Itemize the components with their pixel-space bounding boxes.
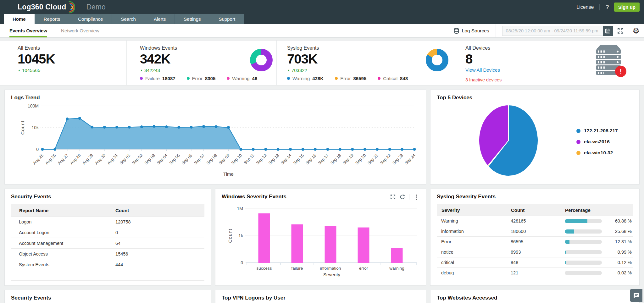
inactive-devices-alert: 3 Inactive devices <box>465 77 644 82</box>
table-row: notice69930.99 % <box>437 247 633 257</box>
percentage-bar <box>565 240 602 244</box>
tab-compliance[interactable]: Compliance <box>69 14 112 24</box>
count-cell: 86595 <box>511 239 565 244</box>
svg-text:Sep 17: Sep 17 <box>317 153 330 166</box>
svg-text:Sep 09: Sep 09 <box>218 153 230 166</box>
report-name-cell[interactable]: Account Logon <box>11 230 115 235</box>
card-expand-button[interactable] <box>390 194 396 200</box>
table-row[interactable]: Account Management64 <box>11 238 204 249</box>
top-websites-card: Top Websites Accessed <box>430 290 640 303</box>
tab-alerts[interactable]: Alerts <box>145 14 175 24</box>
settings-gear-button[interactable]: ⚙ <box>628 27 640 35</box>
svg-text:Sep 04: Sep 04 <box>156 153 169 166</box>
svg-text:Aug 31: Aug 31 <box>106 153 119 166</box>
card-title: Logs Trend <box>11 95 419 101</box>
report-name-cell[interactable]: System Events <box>11 262 115 267</box>
percentage-cell: 12.31 % <box>602 239 633 244</box>
legend-label: Error <box>340 76 351 81</box>
card-title: Windows Severity Events <box>222 194 286 200</box>
severity-cell: critical <box>437 260 511 265</box>
date-range-input[interactable]: 08/25/20 12:00:00 am - 09/24/20 11:59:59… <box>502 26 603 36</box>
percentage-cell: 60.88 % <box>602 218 633 223</box>
svg-text:Sep 20: Sep 20 <box>354 153 367 166</box>
svg-text:Sep 19: Sep 19 <box>342 153 354 166</box>
card-title: Security Events <box>11 295 204 301</box>
count-cell: 6993 <box>511 250 565 255</box>
percentage-bar <box>565 229 602 234</box>
log360-dashboard: Log360 Cloud Demo License ? Sign up Home… <box>0 0 644 303</box>
card-title: Top 5 Devices <box>437 95 633 101</box>
report-name-cell[interactable]: Logon <box>11 219 115 224</box>
percentage-bar-fill <box>565 250 566 254</box>
kebab-menu-icon[interactable]: ⋮ <box>414 194 419 200</box>
logo-arc-icon <box>67 1 75 14</box>
svg-text:Sep 16: Sep 16 <box>305 153 317 166</box>
refresh-icon <box>400 194 405 200</box>
svg-text:Aug 30: Aug 30 <box>94 153 107 166</box>
windows-severity-bar-chart: successfailureinformationerrorwarning01k… <box>222 201 418 278</box>
tab-search[interactable]: Search <box>112 14 145 24</box>
svg-text:Sep 02: Sep 02 <box>131 153 144 166</box>
percentage-cell: 0.12 % <box>602 260 633 265</box>
help-icon[interactable]: ? <box>605 4 609 11</box>
database-icon <box>454 28 459 34</box>
top-devices-card: Top 5 Devices 172.21.208.217ela-ws2016el… <box>430 90 640 185</box>
tab-settings[interactable]: Settings <box>175 14 210 24</box>
percentage-bar <box>565 250 602 254</box>
legend-dot <box>140 77 143 80</box>
svg-text:Sep 13: Sep 13 <box>268 153 280 166</box>
report-name-cell[interactable]: Account Management <box>11 241 115 246</box>
stat-windows-events: Windows Events 342K ▲342243 Failure18087… <box>127 41 277 85</box>
stat-all-events: All Events 1045K ▲1045565 <box>0 41 127 85</box>
svg-text:Aug 27: Aug 27 <box>57 153 69 166</box>
table-row[interactable]: Logon120758 <box>11 217 204 227</box>
date-range-picker[interactable]: 08/25/20 12:00:00 am - 09/24/20 11:59:59… <box>502 26 613 36</box>
table-row[interactable]: Account Logon0 <box>11 227 204 238</box>
syslog-events-legend: Warning428KError86595Critical848 <box>287 76 408 81</box>
fullscreen-button[interactable] <box>613 28 628 34</box>
legend-dot <box>576 140 580 144</box>
calendar-button[interactable] <box>603 26 613 36</box>
svg-text:Sep 24: Sep 24 <box>404 153 416 166</box>
gear-icon: ⚙ <box>633 26 640 36</box>
card-refresh-button[interactable] <box>400 194 405 200</box>
subtab-network-overview[interactable]: Network Overview <box>61 24 99 37</box>
svg-text:success: success <box>257 266 272 271</box>
svg-text:Count: Count <box>20 120 25 135</box>
svg-text:Sep 15: Sep 15 <box>292 153 305 166</box>
signup-button[interactable]: Sign up <box>614 3 640 12</box>
table-row[interactable]: Object Access15456 <box>11 249 204 259</box>
donut-hole <box>432 55 442 65</box>
count-cell: 848 <box>511 260 565 265</box>
card-title: Top VPN Logons by User <box>222 295 419 301</box>
overview-tabs: Events OverviewNetwork Overview <box>0 24 99 37</box>
table-row[interactable]: System Events444 <box>11 259 204 270</box>
column-header: Count <box>511 207 565 213</box>
report-name-cell[interactable]: Object Access <box>11 251 115 256</box>
legend-item: Failure18087 <box>140 76 175 81</box>
tab-reports[interactable]: Reports <box>35 14 69 24</box>
svg-text:Sep 22: Sep 22 <box>379 153 392 166</box>
svg-text:Sep 01: Sep 01 <box>119 153 131 166</box>
toolbar-divider <box>409 194 409 200</box>
table-row: Warning42816560.88 % <box>437 216 633 226</box>
svg-text:failure: failure <box>291 266 303 271</box>
chat-button[interactable] <box>630 289 642 302</box>
count-cell: 120758 <box>115 219 204 224</box>
card-title: Security Events <box>11 194 204 200</box>
tab-support[interactable]: Support <box>210 14 245 24</box>
legend-item: Error8305 <box>187 76 216 81</box>
percentage-cell: 0.99 % <box>602 250 633 255</box>
table-row-clipped <box>11 270 204 281</box>
table-row: Error8659512.31 % <box>437 237 633 247</box>
expand-icon <box>617 28 624 34</box>
svg-text:warning: warning <box>389 266 404 271</box>
svg-text:Sep 05: Sep 05 <box>168 153 181 166</box>
license-link[interactable]: License <box>576 4 594 10</box>
subtab-events-overview[interactable]: Events Overview <box>9 24 47 37</box>
logo-divider <box>81 3 81 11</box>
count-cell: 15456 <box>115 251 204 256</box>
tab-home[interactable]: Home <box>4 14 35 24</box>
pie-legend-item: ela-ws2016 <box>576 139 618 145</box>
log-sources-button[interactable]: Log Sources <box>447 24 496 37</box>
